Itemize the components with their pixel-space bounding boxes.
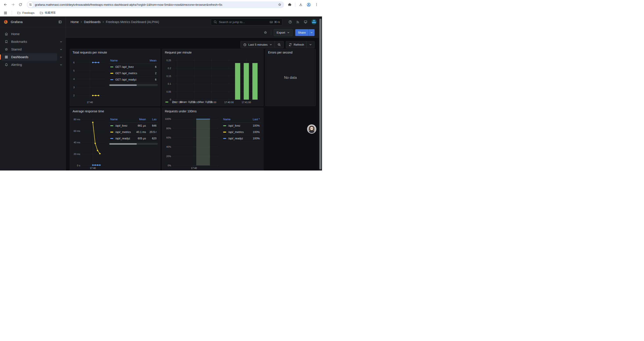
refresh-button[interactable]: Refresh [286,41,306,48]
series-value: 6 [144,64,158,70]
series-stat: Mean: 0.233 [180,101,195,104]
legend-row[interactable]: /api/_livez100% [222,123,261,129]
profile-button[interactable] [305,1,312,8]
news-icon[interactable] [296,20,300,24]
series-value: 661 µs [134,123,147,129]
clock-icon [243,43,246,47]
chevron-down-icon[interactable] [57,63,65,66]
bookmark-page-button[interactable] [277,3,283,7]
no-data-message: No data [266,49,316,106]
panel-title[interactable]: Requests under 100ms [162,108,263,115]
legend-horizontal-scrollbar[interactable] [109,143,158,145]
legend-column-header[interactable]: Mean [144,58,158,64]
site-settings-button[interactable] [28,2,33,8]
chevron-down-icon[interactable] [57,40,65,43]
panel-title[interactable]: Average response time [70,108,160,115]
series-value: 605 µs [134,135,147,142]
panel-body: 00.050.10.150.20.2517:37:0017:38:0017:39… [164,56,261,104]
legend-table-area: NameLast */api/_livez100%/api/_metrics10… [220,115,261,170]
extensions-button[interactable] [286,1,293,8]
svg-text:60%: 60% [166,136,171,139]
scrollbar-thumb[interactable] [319,19,321,169]
sidebar-item-starred[interactable]: Starred [2,46,57,53]
series-name: /api/_metrics [228,131,244,134]
bookmark-folder-freeleaps[interactable]: Freeleaps [15,10,36,16]
legend-column-header[interactable]: Las [147,117,158,123]
bookmark-folder-blogs[interactable]: 收藏博客 [38,10,58,16]
series-color-chip [165,102,168,103]
svg-text:17:40: 17:40 [90,167,96,169]
downloads-button[interactable] [298,1,304,8]
svg-text:2: 2 [73,94,74,97]
sidebar-item-dashboards[interactable]: Dashboards [2,53,57,61]
assistant-avatar-overlay[interactable] [307,124,316,134]
series-color-chip [110,138,113,139]
time-range-group: Last 5 minutes [240,41,284,48]
help-icon[interactable] [288,20,292,24]
panel-title[interactable]: Request per minute [162,49,263,56]
grafana-logo[interactable] [4,20,8,24]
legend-column-header[interactable]: Last * [248,117,261,123]
series-color-chip [223,138,226,139]
sidebar-item-bookmarks[interactable]: Bookmarks [2,38,57,46]
chevron-down-icon[interactable] [57,48,65,51]
download-icon [299,3,303,7]
legend-horizontal-scrollbar[interactable] [109,84,158,86]
series-color-chip [223,125,226,126]
url-text[interactable]: grafana.mathmast.com/d/deytv4rwavabkb/fr… [35,3,277,6]
search-input[interactable]: Search or jump to... ⌘+k [211,19,282,26]
kiosk-mode-icon[interactable] [304,20,308,24]
svg-text:0.25: 0.25 [166,59,171,62]
browser-forward-button[interactable] [10,1,16,8]
legend-row[interactable]: GET /api/_livez6 [109,64,158,70]
breadcrumb-home[interactable]: Home [70,20,79,24]
avatar-art [312,22,316,24]
star-dashboard-button[interactable] [262,30,268,35]
time-range-picker[interactable]: Last 5 minutes [241,41,275,48]
panel-title[interactable]: Total requests per minute [70,49,160,56]
legend-row[interactable]: GET /api/_metrics2 [109,70,158,77]
share-menu-button[interactable] [308,29,314,36]
share-button[interactable]: Share [295,29,308,36]
legend-column-header[interactable]: Name [109,117,134,123]
browser-reload-button[interactable] [17,1,24,8]
refresh-interval-button[interactable] [306,41,314,48]
breadcrumb-dashboards[interactable]: Dashboards [84,20,100,24]
sidebar-row-starred: Starred [2,46,65,53]
browser-back-button[interactable] [2,1,9,8]
sidebar-item-alerting[interactable]: Alerting [2,61,57,69]
legend-row[interactable]: GET /api/_readyz6 [109,77,158,83]
svg-text:40 ms: 40 ms [74,141,80,144]
legend-row[interactable]: /api/_readyz100% [222,135,261,142]
zoom-out-button[interactable] [275,41,284,48]
scrollbar-thumb[interactable] [110,143,137,145]
legend-row[interactable]: /api/_metrics40.1 ms20.5 r [109,129,158,135]
collapse-sidebar-button[interactable] [58,20,62,24]
legend-row[interactable]: /api/_livez661 µs646 [109,123,158,129]
legend-column-header[interactable]: Name [109,58,144,64]
sidebar-item-home[interactable]: Home [2,30,65,38]
breadcrumb: Home Dashboards Freeleaps Metrics Dashbo… [70,20,159,24]
sidebar-row-alerting: Alerting [2,61,65,69]
legend-row[interactable]: /api/_metrics100% [222,129,261,135]
legend-column-header[interactable]: Name [222,117,248,123]
page-scrollbar[interactable] [319,17,322,171]
series-name: /api/_livez [115,124,128,127]
svg-text:60 ms: 60 ms [74,130,80,132]
scrollbar-thumb[interactable] [110,85,137,86]
svg-text:100%: 100% [165,118,171,120]
legend[interactable]: 2xxMean: 0.233Max: 0.233 [165,101,212,104]
series-value: 20.5 r [147,129,158,135]
series-name: 2xx [172,101,176,104]
browser-menu-button[interactable] [313,1,320,8]
legend-row[interactable]: /api/_readyz605 µs620 [109,135,158,142]
legend-column-header[interactable]: Mean [134,117,147,123]
main-area: Export Share Last 5 minutes [66,28,322,171]
apps-button[interactable] [3,10,8,16]
address-bar[interactable]: grafana.mathmast.com/d/deytv4rwavabkb/fr… [27,1,284,8]
user-avatar[interactable] [311,19,317,25]
chevron-right-icon [102,21,104,23]
time-range-label: Last 5 minutes [248,43,268,46]
export-button[interactable]: Export [274,29,293,36]
chevron-down-icon[interactable] [57,56,65,59]
